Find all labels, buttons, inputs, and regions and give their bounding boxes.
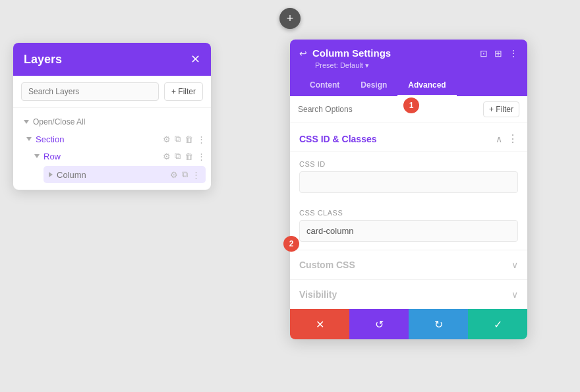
- layers-body: Open/Close All Section ⚙ ⧉ 🗑 ⋮ Row ⚙ ⧉ 🗑…: [13, 108, 211, 190]
- row-copy-icon[interactable]: ⧉: [175, 151, 181, 161]
- css-class-field-group: CSS Class: [290, 201, 527, 250]
- section-label: Section: [36, 134, 159, 144]
- section-delete-icon[interactable]: 🗑: [185, 134, 193, 144]
- row-collapse-icon[interactable]: [34, 154, 40, 158]
- custom-css-chevron-icon: ∨: [511, 260, 518, 270]
- css-section-menu-icon[interactable]: ⋮: [508, 132, 518, 145]
- back-button[interactable]: ↩: [299, 48, 307, 59]
- visibility-title: Visibility: [299, 289, 337, 300]
- tab-content[interactable]: Content: [299, 75, 350, 96]
- section-collapse-icon[interactable]: [26, 137, 32, 141]
- row-delete-icon[interactable]: 🗑: [185, 152, 193, 161]
- settings-panel-title: Column Settings: [312, 47, 391, 59]
- badge-1: 1: [403, 98, 419, 113]
- css-section-header: CSS ID & Classes ∧ ⋮: [290, 123, 527, 152]
- css-section-controls: ∧ ⋮: [496, 132, 518, 145]
- layers-search-input[interactable]: [21, 82, 159, 101]
- save-button[interactable]: ✓: [468, 309, 527, 339]
- custom-css-section[interactable]: Custom CSS ∨: [290, 250, 527, 279]
- css-class-label: CSS Class: [299, 209, 518, 217]
- section-settings-icon[interactable]: ⚙: [163, 134, 171, 144]
- column-more-icon[interactable]: ⋮: [192, 170, 200, 180]
- column-icons: ⚙ ⧉ ⋮: [170, 169, 200, 180]
- layers-filter-button[interactable]: + Filter: [164, 82, 203, 101]
- undo-button[interactable]: ↺: [349, 309, 409, 339]
- row-more-icon[interactable]: ⋮: [197, 152, 206, 161]
- redo-icon: ↻: [434, 318, 443, 331]
- visibility-section[interactable]: Visibility ∨: [290, 279, 527, 309]
- save-icon: ✓: [494, 318, 502, 331]
- open-close-all-label: Open/Close All: [33, 117, 85, 126]
- settings-body: CSS ID & Classes ∧ ⋮ CSS ID CSS Class Cu…: [290, 123, 527, 309]
- layer-item-section: Section ⚙ ⧉ 🗑 ⋮: [13, 130, 211, 148]
- columns-icon[interactable]: ⊞: [494, 48, 502, 59]
- fullscreen-icon[interactable]: ⊡: [480, 48, 488, 59]
- css-section-collapse-icon[interactable]: ∧: [496, 134, 502, 144]
- cancel-button[interactable]: ✕: [290, 309, 349, 339]
- column-settings-panel: ↩ Column Settings ⊡ ⊞ ⋮ Preset: Default …: [290, 40, 527, 339]
- layers-title: Layers: [24, 53, 62, 67]
- add-element-button[interactable]: +: [279, 8, 301, 29]
- preset-label[interactable]: Preset: Default ▾: [299, 61, 518, 70]
- undo-icon: ↺: [375, 318, 384, 331]
- section-icons: ⚙ ⧉ 🗑 ⋮: [163, 134, 206, 144]
- tabs-row: Content Design Advanced: [299, 75, 518, 96]
- plus-icon: +: [287, 12, 294, 26]
- row-icons: ⚙ ⧉ 🗑 ⋮: [163, 151, 206, 161]
- row-settings-icon[interactable]: ⚙: [163, 152, 171, 161]
- layers-header: Layers ✕: [13, 43, 211, 76]
- section-more-icon[interactable]: ⋮: [197, 134, 206, 144]
- css-class-input[interactable]: [299, 220, 518, 242]
- section-copy-icon[interactable]: ⧉: [175, 134, 181, 144]
- cancel-icon: ✕: [316, 318, 324, 331]
- custom-css-title: Custom CSS: [299, 260, 355, 270]
- settings-header-top: ↩ Column Settings ⊡ ⊞ ⋮: [299, 47, 518, 59]
- layers-search-row: + Filter: [13, 76, 211, 108]
- action-bar: ✕ ↺ ↻ ✓: [290, 309, 527, 339]
- visibility-chevron-icon: ∨: [511, 289, 518, 300]
- layers-close-button[interactable]: ✕: [190, 52, 200, 67]
- layer-item-row: Row ⚙ ⧉ 🗑 ⋮: [13, 148, 211, 165]
- column-expand-icon[interactable]: [49, 172, 53, 177]
- toggle-arrow-icon: [24, 120, 29, 124]
- column-copy-icon[interactable]: ⧉: [182, 169, 188, 180]
- css-id-input[interactable]: [299, 171, 518, 193]
- options-filter-button[interactable]: + Filter: [483, 101, 519, 117]
- column-label: Column: [57, 170, 166, 180]
- redo-button[interactable]: ↻: [409, 309, 468, 339]
- open-close-all-toggle[interactable]: Open/Close All: [13, 113, 211, 130]
- tab-design[interactable]: Design: [350, 75, 397, 96]
- css-id-field-group: CSS ID: [290, 152, 527, 201]
- layers-panel: Layers ✕ + Filter Open/Close All Section…: [13, 43, 211, 190]
- css-section-title: CSS ID & Classes: [299, 134, 377, 144]
- layer-item-column: Column ⚙ ⧉ ⋮: [44, 166, 206, 183]
- settings-header-left: ↩ Column Settings: [299, 47, 391, 59]
- badge-2: 2: [283, 236, 299, 252]
- tab-advanced[interactable]: Advanced: [397, 75, 456, 96]
- options-search-input[interactable]: [298, 105, 478, 114]
- settings-header-icons: ⊡ ⊞ ⋮: [480, 48, 518, 59]
- css-id-label: CSS ID: [299, 160, 518, 168]
- settings-header: ↩ Column Settings ⊡ ⊞ ⋮ Preset: Default …: [290, 40, 527, 96]
- row-label: Row: [44, 152, 159, 161]
- more-options-icon[interactable]: ⋮: [509, 48, 518, 59]
- column-settings-icon[interactable]: ⚙: [170, 170, 178, 180]
